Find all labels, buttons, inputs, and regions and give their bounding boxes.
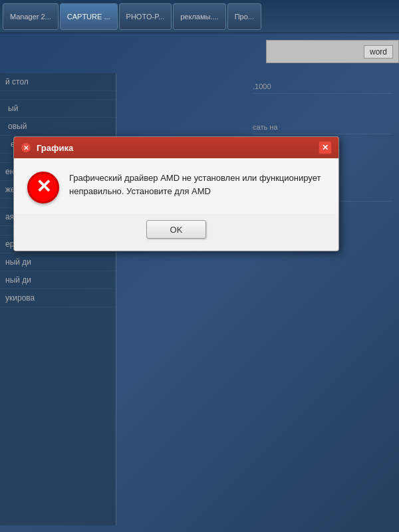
dialog-body: ✕ Графический драйвер AMD не установлен … xyxy=(14,158,338,213)
error-icon: ✕ xyxy=(27,172,59,203)
ok-button[interactable]: OK xyxy=(146,220,206,239)
dialog-message: Графический драйвер AMD не установлен ил… xyxy=(69,172,325,198)
taskbar-btn-reklamy[interactable]: рекламы.... xyxy=(173,3,225,30)
taskbar-btn-photo[interactable]: PHOTO-P... xyxy=(119,3,172,30)
taskbar-btn-label: рекламы.... xyxy=(180,13,218,21)
taskbar-btn-label: PHOTO-P... xyxy=(126,13,165,21)
error-icon-x: ✕ xyxy=(36,178,51,196)
error-dialog: ✕ Графика ✕ ✕ Графический драйвер AMD не… xyxy=(13,136,339,251)
taskbar-btn-capture[interactable]: CAPTURE ... xyxy=(60,3,118,30)
taskbar-btn-label: CAPTURE ... xyxy=(67,13,110,21)
dialog-close-button[interactable]: ✕ xyxy=(319,141,332,154)
dialog-overlay xyxy=(0,33,399,532)
taskbar-top: Manager 2... CAPTURE ... PHOTO-P... рекл… xyxy=(0,0,399,33)
dialog-footer: OK xyxy=(14,213,338,251)
dialog-title-icon: ✕ xyxy=(21,142,31,153)
svg-text:✕: ✕ xyxy=(23,144,29,152)
dialog-title-text: Графика xyxy=(37,143,313,153)
desktop: word й стол ый овый ент.rtf енты жения а… xyxy=(0,33,399,532)
taskbar-btn-pro[interactable]: Про... xyxy=(227,3,261,30)
taskbar-btn-label: Manager 2... xyxy=(10,13,51,21)
taskbar-btn-manager[interactable]: Manager 2... xyxy=(3,3,59,30)
taskbar-btn-label: Про... xyxy=(235,13,254,21)
dialog-titlebar: ✕ Графика ✕ xyxy=(14,137,338,158)
